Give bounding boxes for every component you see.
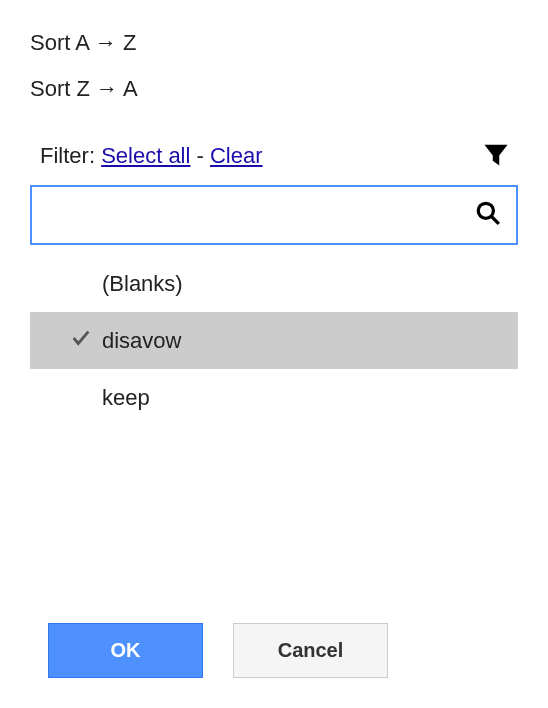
filter-item-label: keep [102,385,150,411]
svg-line-1 [491,216,499,224]
filter-item-label: disavow [102,328,181,354]
sort-asc-option[interactable]: Sort A → Z [30,20,518,66]
svg-point-0 [478,203,493,218]
sort-desc-option[interactable]: Sort Z → A [30,66,518,112]
filter-separator: - [197,143,204,168]
cancel-button[interactable]: Cancel [233,623,388,678]
select-all-link[interactable]: Select all [101,143,190,168]
filter-item-blanks[interactable]: (Blanks) [30,255,518,312]
search-box[interactable] [30,185,518,245]
clear-link[interactable]: Clear [210,143,263,168]
ok-button[interactable]: OK [48,623,203,678]
filter-item-disavow[interactable]: disavow [30,312,518,369]
filter-item-keep[interactable]: keep [30,369,518,426]
check-icon [70,327,102,355]
funnel-icon[interactable] [484,142,508,170]
filter-label: Filter: [40,143,95,168]
search-icon[interactable] [475,200,501,230]
filter-list: (Blanks) disavow keep [30,255,518,426]
search-input[interactable] [47,204,475,227]
filter-item-label: (Blanks) [102,271,183,297]
